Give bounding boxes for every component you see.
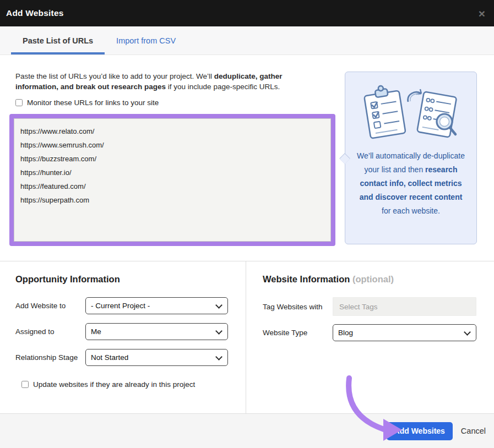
url-textarea[interactable] [14, 118, 331, 242]
tab-bar: Paste List of URLs Import from CSV [0, 26, 494, 55]
assigned-to-select[interactable]: Me [85, 323, 228, 340]
website-type-row: Website Type Blog [263, 324, 477, 341]
tab-import-from-csv[interactable]: Import from CSV [105, 26, 187, 54]
monitor-checkbox[interactable] [15, 99, 23, 106]
form-columns: Opportunity Information Add Website to -… [0, 261, 494, 413]
opportunity-information-section: Opportunity Information Add Website to -… [0, 261, 246, 413]
paste-section: Paste the list of URLs you’d like to add… [0, 55, 494, 246]
cancel-button[interactable]: Cancel [461, 427, 486, 435]
paste-left-column: Paste the list of URLs you’d like to add… [9, 72, 335, 246]
dialog-footer: Add Websites Cancel [0, 413, 494, 448]
relationship-stage-label: Relationship Stage [15, 353, 85, 362]
website-information-heading: Website Information (optional) [263, 274, 477, 285]
tab-label: Import from CSV [116, 36, 176, 45]
info-bubble: We’ll automatically de-duplicate your li… [345, 72, 477, 244]
update-websites-checkbox-row[interactable]: Update websites if they are already in t… [21, 380, 246, 389]
opportunity-information-heading: Opportunity Information [15, 274, 246, 285]
relationship-stage-select[interactable]: Not Started [85, 349, 228, 366]
website-type-select-wrap: Blog [333, 324, 476, 341]
tag-websites-label: Tag Websites with [263, 303, 333, 311]
add-website-to-select-wrap: - Current Project - [85, 297, 228, 314]
assigned-to-label: Assigned to [15, 327, 85, 336]
add-website-to-label: Add Website to [15, 302, 85, 310]
close-icon[interactable]: × [479, 8, 485, 19]
tab-paste-list-of-urls[interactable]: Paste List of URLs [11, 26, 105, 54]
relationship-stage-row: Relationship Stage Not Started [15, 349, 246, 366]
url-textarea-highlight-frame [9, 114, 335, 246]
tab-label: Paste List of URLs [23, 36, 93, 45]
monitor-checkbox-label: Monitor these URLs for links to your sit… [27, 99, 159, 107]
relationship-stage-select-wrap: Not Started [85, 349, 228, 366]
add-website-to-select[interactable]: - Current Project - [85, 297, 228, 314]
monitor-checkbox-row[interactable]: Monitor these URLs for links to your sit… [15, 99, 335, 107]
tag-websites-input[interactable] [333, 297, 476, 316]
assigned-to-select-wrap: Me [85, 323, 228, 340]
bubble-text: We’ll automatically de-duplicate your li… [345, 149, 476, 218]
add-website-to-row: Add Website to - Current Project - [15, 297, 246, 314]
assigned-to-row: Assigned to Me [15, 323, 246, 340]
add-websites-dialog: Add Websites × Paste List of URLs Import… [0, 0, 494, 448]
update-websites-checkbox-label: Update websites if they are already in t… [33, 380, 195, 389]
add-websites-button[interactable]: Add Websites [387, 422, 453, 440]
optional-note: (optional) [352, 274, 394, 284]
tag-websites-row: Tag Websites with [263, 297, 477, 316]
checklist-illustration-icon [362, 83, 460, 141]
website-type-label: Website Type [263, 329, 333, 337]
website-type-select[interactable]: Blog [333, 324, 476, 341]
website-information-section: Website Information (optional) Tag Websi… [246, 261, 494, 413]
dialog-header: Add Websites × [0, 0, 494, 26]
update-websites-checkbox[interactable] [21, 381, 29, 388]
instructions-text: Paste the list of URLs you’d like to add… [15, 72, 327, 92]
dialog-title: Add Websites [6, 8, 64, 18]
